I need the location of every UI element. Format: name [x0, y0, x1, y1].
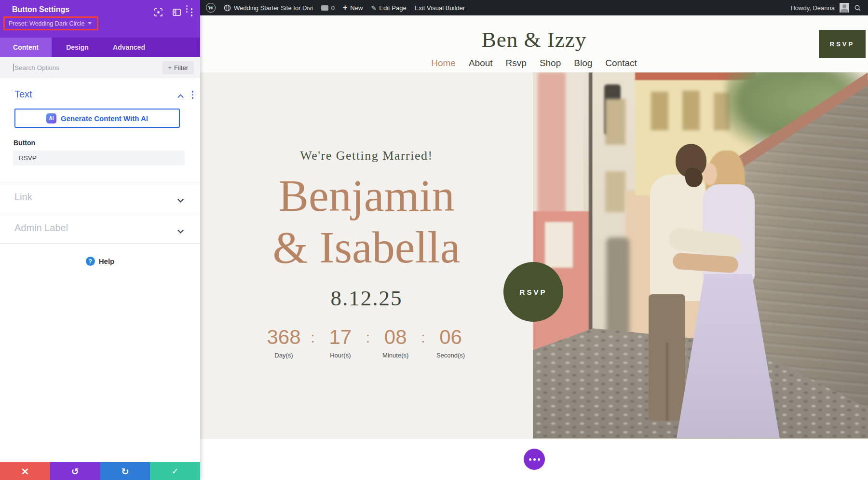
section-menu-icon[interactable]	[192, 91, 194, 99]
nav-shop[interactable]: Shop	[540, 58, 561, 69]
avatar[interactable]	[840, 3, 849, 13]
panel-footer: × ↺ ↻ ✓	[0, 462, 200, 480]
tab-design[interactable]: Design	[52, 38, 103, 57]
collapse-section-control[interactable]	[178, 93, 183, 101]
chevron-up-icon	[177, 94, 184, 100]
header-rsvp-button[interactable]: RSVP	[819, 30, 866, 58]
hero-photo	[533, 72, 868, 439]
link-section-title: Link	[14, 192, 32, 203]
divider	[0, 243, 200, 244]
button-field-label: Button	[14, 139, 35, 147]
wordpress-logo-icon[interactable]: W	[206, 3, 216, 13]
search-icon[interactable]	[854, 4, 861, 12]
link-section-row[interactable]: Link	[0, 182, 200, 213]
countdown-hours: 17 Hour(s)	[325, 327, 356, 359]
hero-title: Benjamin & Isabella	[200, 170, 533, 273]
discard-button[interactable]: ×	[0, 462, 50, 480]
hero-text-section: We're Getting Married! Benjamin & Isabel…	[200, 72, 533, 439]
page-settings-button[interactable]	[524, 449, 545, 470]
preset-dropdown[interactable]: Preset: Wedding Dark Circle	[3, 16, 98, 30]
hero-eyebrow: We're Getting Married!	[200, 149, 533, 163]
countdown-minutes: 08 Minute(s)	[380, 327, 411, 359]
wp-admin-bar: W Wedding Starter Site for Divi 0 + New …	[200, 0, 868, 15]
countdown-separator: :	[311, 327, 315, 359]
more-options-icon[interactable]	[191, 8, 193, 16]
filter-button[interactable]: + Filter	[163, 61, 194, 74]
redo-button[interactable]: ↻	[100, 462, 150, 480]
countdown-seconds: 06 Second(s)	[435, 327, 466, 359]
site-logo[interactable]: Ben & Izzy	[200, 27, 868, 52]
help-link[interactable]: ? Help	[0, 257, 200, 266]
edit-page-label: Edit Page	[379, 4, 406, 12]
nav-home[interactable]: Home	[431, 58, 456, 69]
photo-shape	[605, 171, 625, 212]
panel-title: Button Settings	[12, 5, 69, 14]
photo-shape	[666, 343, 668, 421]
text-section-header: Text	[0, 78, 200, 108]
panel-tabs: Content Design Advanced	[0, 38, 200, 57]
preset-label: Preset: Wedding Dark Circle	[9, 20, 84, 27]
admin-label-section-title: Admin Label	[14, 222, 68, 233]
ai-icon: AI	[46, 113, 56, 123]
chevron-down-icon	[178, 195, 183, 204]
tab-content[interactable]: Content	[0, 38, 52, 57]
drag-handle-icon[interactable]	[186, 5, 188, 13]
site-globe-icon	[224, 4, 231, 12]
hero-title-line1: Benjamin	[200, 170, 533, 221]
text-section-title[interactable]: Text	[14, 89, 32, 100]
photo-shape	[606, 237, 629, 343]
photo-shape	[589, 72, 593, 351]
hero-title-line2: & Isabella	[200, 221, 533, 273]
howdy-label[interactable]: Howdy, Deanna	[790, 4, 835, 12]
undo-icon: ↺	[71, 466, 79, 477]
site-name[interactable]: Wedding Starter Site for Divi	[234, 4, 313, 12]
photo-shape	[605, 99, 625, 145]
nav-about[interactable]: About	[469, 58, 493, 69]
search-options-row: Search Options + Filter	[0, 57, 200, 78]
hero-rsvp-circle-button[interactable]: RSVP	[503, 262, 563, 322]
countdown: 368 Day(s) : 17 Hour(s) : 08 Minute(s) :…	[200, 327, 533, 359]
countdown-days: 368 Day(s)	[267, 327, 300, 359]
expand-module-icon[interactable]	[154, 8, 163, 16]
help-icon: ?	[86, 257, 95, 266]
comments-icon	[321, 5, 328, 11]
countdown-separator: :	[366, 327, 370, 359]
dot	[538, 458, 540, 461]
new-menu-item[interactable]: + New	[343, 4, 363, 12]
site-preview: Ben & Izzy Home About Rsvp Shop Blog Con…	[200, 15, 868, 480]
site-menu-item[interactable]: Wedding Starter Site for Divi	[224, 4, 313, 12]
photo-shape	[538, 72, 566, 217]
comments-count: 0	[331, 4, 335, 12]
site-header: Ben & Izzy Home About Rsvp Shop Blog Con…	[200, 15, 868, 72]
nav-contact[interactable]: Contact	[605, 58, 637, 69]
exit-visual-builder[interactable]: Exit Visual Builder	[415, 4, 465, 12]
close-icon: ×	[21, 465, 29, 477]
generate-content-ai-button[interactable]: AI Generate Content With AI	[14, 109, 180, 128]
button-text-input[interactable]	[13, 151, 185, 165]
admin-label-section-row[interactable]: Admin Label	[0, 213, 200, 244]
plus-icon: +	[168, 64, 172, 71]
chevron-down-icon	[178, 226, 183, 234]
undo-button[interactable]: ↺	[50, 462, 100, 480]
plus-icon: +	[343, 4, 347, 12]
check-icon: ✓	[172, 466, 179, 476]
text-cursor	[13, 64, 14, 71]
save-button[interactable]: ✓	[150, 462, 200, 480]
nav-rsvp[interactable]: Rsvp	[506, 58, 527, 69]
chevron-down-icon	[88, 22, 92, 25]
edit-page-menu-item[interactable]: ✎ Edit Page	[371, 4, 406, 12]
nav-blog[interactable]: Blog	[574, 58, 592, 69]
panel-layout-icon[interactable]	[173, 9, 181, 16]
photo-shape	[545, 222, 573, 268]
comments-menu-item[interactable]: 0	[321, 4, 335, 12]
dot	[533, 458, 536, 461]
divi-visual-builder: W Wedding Starter Site for Divi 0 + New …	[0, 0, 868, 480]
photo-shape	[682, 91, 700, 130]
dot	[529, 458, 531, 461]
search-options-input[interactable]: Search Options	[14, 64, 163, 71]
button-settings-panel: Button Settings Preset: Wedding Dark Cir…	[0, 0, 200, 480]
wedding-date: 8.12.25	[200, 286, 533, 311]
tab-advanced[interactable]: Advanced	[103, 38, 155, 57]
admin-bar-right: Howdy, Deanna	[790, 3, 868, 13]
redo-icon: ↻	[121, 466, 129, 477]
